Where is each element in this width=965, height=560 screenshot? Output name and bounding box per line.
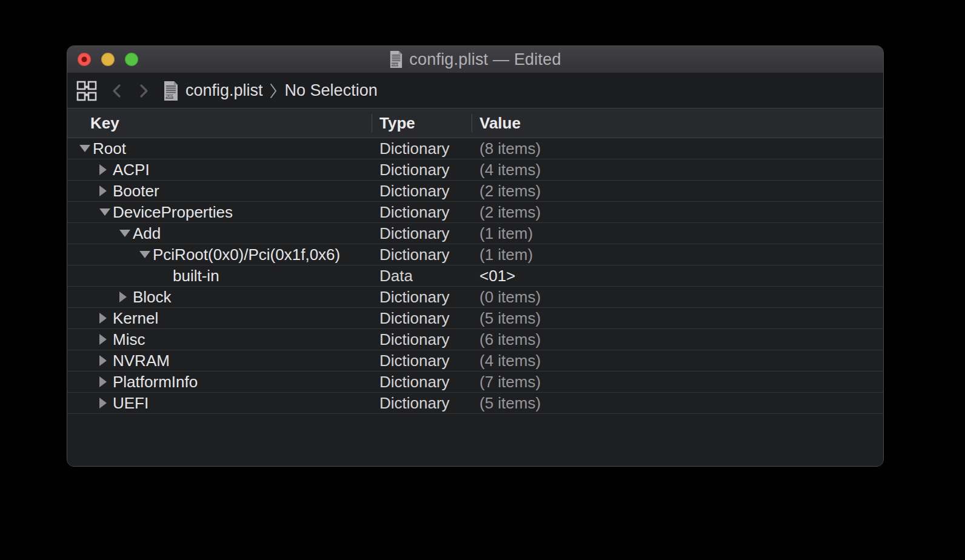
plist-document-icon: PLIST xyxy=(389,51,403,68)
key-label: DeviceProperties xyxy=(113,203,233,222)
disclosure-triangle-icon[interactable] xyxy=(99,313,113,324)
value-cell[interactable]: (0 items) xyxy=(472,287,883,307)
type-cell[interactable]: Dictionary xyxy=(372,308,472,328)
value-cell[interactable]: <01> xyxy=(472,265,883,286)
value-cell[interactable]: (6 items) xyxy=(472,329,883,350)
breadcrumb-file[interactable]: config.plist xyxy=(185,81,263,100)
forward-button[interactable] xyxy=(136,82,151,100)
type-cell[interactable]: Dictionary xyxy=(372,329,472,350)
value-cell[interactable]: (2 items) xyxy=(472,202,883,222)
table-body: RootDictionary(8 items)ACPIDictionary(4 … xyxy=(67,138,883,440)
type-cell[interactable]: Dictionary xyxy=(372,181,472,201)
breadcrumb-selection[interactable]: No Selection xyxy=(285,81,378,100)
related-items-grid-icon[interactable] xyxy=(75,80,98,102)
key-label: Booter xyxy=(113,182,159,201)
table-row[interactable]: MiscDictionary(6 items) xyxy=(67,329,883,350)
type-cell[interactable]: Dictionary xyxy=(372,159,472,180)
value-cell[interactable]: (4 items) xyxy=(472,350,883,371)
table-row[interactable]: ACPIDictionary(4 items) xyxy=(67,159,883,181)
disclosure-triangle-icon[interactable] xyxy=(99,208,113,216)
key-label: Kernel xyxy=(113,309,158,328)
type-cell[interactable]: Dictionary xyxy=(372,138,472,159)
table-row[interactable]: UEFIDictionary(5 items) xyxy=(67,393,883,414)
table-row[interactable]: BlockDictionary(0 items) xyxy=(67,287,883,308)
type-cell[interactable]: Dictionary xyxy=(372,202,472,222)
titlebar[interactable]: PLIST config.plist — Edited xyxy=(67,46,883,73)
table-row[interactable]: KernelDictionary(5 items) xyxy=(67,308,883,329)
window-title: config.plist — Edited xyxy=(409,50,561,69)
value-cell[interactable]: (1 item) xyxy=(472,244,883,265)
type-cell[interactable]: Dictionary xyxy=(372,244,472,265)
key-label: PciRoot(0x0)/Pci(0x1f,0x6) xyxy=(153,245,340,264)
key-label: Root xyxy=(93,139,126,158)
value-cell[interactable]: (1 item) xyxy=(472,223,883,244)
type-cell[interactable]: Dictionary xyxy=(372,393,472,413)
svg-text:PLIST: PLIST xyxy=(165,95,174,98)
table-row[interactable]: built-inData<01> xyxy=(67,265,883,287)
disclosure-triangle-icon[interactable] xyxy=(119,292,133,302)
back-button[interactable] xyxy=(110,82,124,100)
svg-text:PLIST: PLIST xyxy=(392,63,399,66)
minimize-button[interactable] xyxy=(101,53,115,66)
value-cell[interactable]: (5 items) xyxy=(472,308,883,328)
value-cell[interactable]: (4 items) xyxy=(472,159,883,180)
value-cell[interactable]: (8 items) xyxy=(472,138,883,159)
table-row[interactable]: NVRAMDictionary(4 items) xyxy=(67,350,883,372)
key-label: UEFI xyxy=(113,394,149,413)
column-header-value: Value xyxy=(472,108,883,138)
window-title-group: PLIST config.plist — Edited xyxy=(389,50,561,69)
breadcrumb-separator-icon xyxy=(269,81,278,101)
disclosure-triangle-icon[interactable] xyxy=(79,145,93,152)
table-row[interactable]: DevicePropertiesDictionary(2 items) xyxy=(67,202,883,223)
type-cell[interactable]: Data xyxy=(372,265,472,286)
table-row[interactable]: RootDictionary(8 items) xyxy=(67,138,883,159)
table-row[interactable]: PlatformInfoDictionary(7 items) xyxy=(67,372,883,393)
column-header-type: Type xyxy=(372,108,472,138)
key-label: Misc xyxy=(113,330,145,349)
table-header: Key Type Value xyxy=(67,108,883,138)
type-cell[interactable]: Dictionary xyxy=(372,350,472,371)
disclosure-triangle-icon[interactable] xyxy=(99,376,113,387)
key-label: built-in xyxy=(173,267,219,285)
table-row[interactable]: BooterDictionary(2 items) xyxy=(67,181,883,202)
disclosure-triangle-icon[interactable] xyxy=(99,355,113,366)
traffic-lights xyxy=(78,46,138,73)
disclosure-triangle-icon[interactable] xyxy=(139,251,153,258)
disclosure-triangle-icon[interactable] xyxy=(119,230,133,237)
disclosure-triangle-icon[interactable] xyxy=(99,334,113,345)
value-cell[interactable]: (5 items) xyxy=(472,393,883,413)
type-cell[interactable]: Dictionary xyxy=(372,287,472,307)
table-row[interactable]: AddDictionary(1 item) xyxy=(67,223,883,244)
key-label: Block xyxy=(133,288,172,307)
jump-bar: PLIST config.plist No Selection xyxy=(67,73,883,108)
close-button[interactable] xyxy=(78,53,91,66)
key-label: PlatformInfo xyxy=(113,373,198,392)
table-row[interactable]: PciRoot(0x0)/Pci(0x1f,0x6)Dictionary(1 i… xyxy=(67,244,883,265)
disclosure-triangle-icon[interactable] xyxy=(99,164,113,175)
zoom-button[interactable] xyxy=(125,53,138,66)
type-cell[interactable]: Dictionary xyxy=(372,372,472,392)
key-label: NVRAM xyxy=(113,352,170,370)
key-label: Add xyxy=(133,224,161,243)
type-cell[interactable]: Dictionary xyxy=(372,223,472,244)
plist-editor-window: PLIST config.plist — Edited xyxy=(67,45,884,467)
key-label: ACPI xyxy=(113,161,150,179)
column-header-key: Key xyxy=(67,108,372,138)
value-cell[interactable]: (7 items) xyxy=(472,372,883,392)
empty-area xyxy=(67,440,883,466)
value-cell[interactable]: (2 items) xyxy=(472,181,883,201)
breadcrumb-plist-document-icon[interactable]: PLIST xyxy=(163,81,179,101)
disclosure-triangle-icon[interactable] xyxy=(99,398,113,408)
disclosure-triangle-icon[interactable] xyxy=(99,185,113,196)
